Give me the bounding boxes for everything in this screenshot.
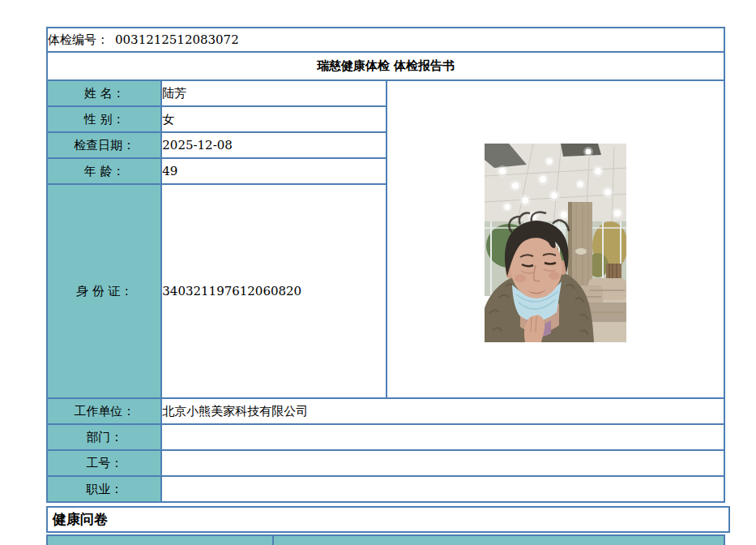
patient-photo-illustration bbox=[485, 144, 626, 342]
age-value: 49 bbox=[161, 158, 387, 184]
name-value: 陆芳 bbox=[161, 80, 387, 106]
name-label: 姓 名： bbox=[47, 80, 161, 106]
exam-date-label: 检查日期： bbox=[47, 132, 161, 158]
employee-no-value bbox=[161, 450, 724, 476]
next-table-column-divider bbox=[272, 536, 274, 545]
employer-label: 工作单位： bbox=[47, 398, 161, 424]
report-title: 瑞慈健康体检 体检报告书 bbox=[47, 52, 724, 80]
age-label: 年 龄： bbox=[47, 158, 161, 184]
section-header-text: 健康问卷 bbox=[53, 510, 108, 529]
occupation-label: 职业： bbox=[47, 476, 161, 502]
employer-value: 北京小熊美家科技有限公司 bbox=[161, 398, 724, 424]
department-label: 部门： bbox=[47, 424, 161, 450]
gender-label: 性 别： bbox=[47, 106, 161, 132]
id-card-label: 身 份 证： bbox=[47, 184, 161, 398]
department-value bbox=[161, 424, 724, 450]
exam-report-page: 体检编号：0031212512083072 瑞慈健康体检 体检报告书 姓 名： … bbox=[0, 0, 756, 545]
report-header-table: 体检编号：0031212512083072 瑞慈健康体检 体检报告书 姓 名： … bbox=[46, 27, 725, 503]
patient-photo bbox=[485, 144, 626, 342]
occupation-value bbox=[161, 476, 724, 502]
exam-number-value: 0031212512083072 bbox=[115, 32, 239, 47]
exam-number-label: 体检编号： bbox=[48, 32, 109, 47]
photo-cell bbox=[387, 80, 724, 398]
employee-no-label: 工号： bbox=[47, 450, 161, 476]
next-table-header-row-cutoff bbox=[46, 534, 725, 545]
exam-date-value: 2025-12-08 bbox=[161, 132, 387, 158]
id-card-value: 340321197612060820 bbox=[161, 184, 387, 398]
health-questionnaire-section-header: 健康问卷 bbox=[46, 506, 730, 533]
gender-value: 女 bbox=[161, 106, 387, 132]
exam-number-row: 体检编号：0031212512083072 bbox=[47, 28, 724, 52]
